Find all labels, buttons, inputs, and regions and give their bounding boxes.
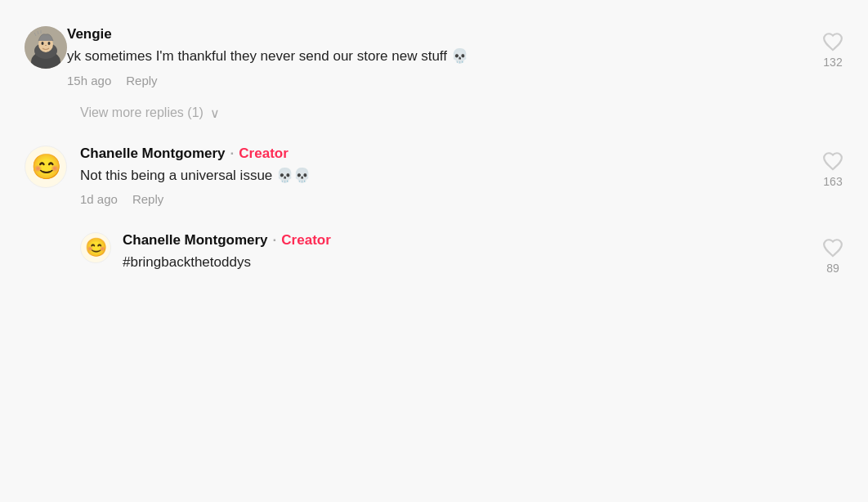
avatar-chanelle-2: 😊 [80,232,111,263]
vengie-reply-button[interactable]: Reply [126,74,157,87]
chanelle-2-comment-text: #bringbackthetoddys [123,252,806,273]
vengie-username: Vengie [67,26,806,43]
chanelle-1-creator-badge: Creator [239,146,288,161]
chanelle-1-comment-meta: 1d ago Reply [80,192,806,206]
chanelle-2-like-count: 89 [826,262,839,275]
chanelle-1-reply-button[interactable]: Reply [132,192,163,206]
avatar-vengie [25,26,67,69]
vengie-comment-content: Vengie yk sometimes I'm thankful they ne… [67,26,806,87]
chanelle-1-like-count: 163 [823,175,842,188]
chevron-down-icon: ∨ [210,105,220,121]
view-more-replies[interactable]: View more replies (1) ∨ [80,105,843,121]
comments-container: Vengie yk sometimes I'm thankful they ne… [0,0,868,304]
vengie-comment-time: 15h ago [67,74,111,87]
chanelle-1-heart-icon[interactable] [822,150,843,172]
chanelle-2-username: Chanelle Montgomery·Creator [123,232,806,249]
comment-chanelle-1: 😊 Chanelle Montgomery·Creator Not this b… [25,136,843,217]
vengie-like-count: 132 [823,56,842,69]
comment-chanelle-2: 😊 Chanelle Montgomery·Creator #bringback… [80,224,843,288]
chanelle-2-like-section[interactable]: 89 [822,232,843,275]
chanelle-1-comment-text: Not this being a universal issue 💀💀 [80,165,806,186]
chanelle-1-like-section[interactable]: 163 [822,146,843,188]
chanelle-1-comment-content: Chanelle Montgomery·Creator Not this bei… [80,146,806,207]
chanelle-2-heart-icon[interactable] [822,237,843,258]
comment-vengie: Vengie yk sometimes I'm thankful they ne… [25,16,843,97]
vengie-comment-text: yk sometimes I'm thankful they never sen… [67,46,806,67]
chanelle-1-username: Chanelle Montgomery·Creator [80,146,806,162]
chanelle-2-creator-badge: Creator [281,232,330,248]
avatar-chanelle-1: 😊 [25,146,67,188]
vengie-comment-meta: 15h ago Reply [67,74,806,87]
view-more-text: View more replies (1) [80,105,204,120]
svg-point-5 [48,42,51,45]
chanelle-2-comment-content: Chanelle Montgomery·Creator #bringbackth… [123,232,806,280]
vengie-heart-icon[interactable] [822,31,843,52]
chanelle-1-comment-time: 1d ago [80,192,118,206]
vengie-like-section[interactable]: 132 [822,26,843,69]
svg-point-4 [42,42,44,45]
